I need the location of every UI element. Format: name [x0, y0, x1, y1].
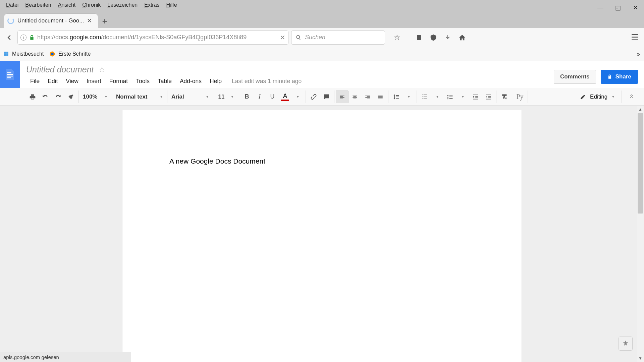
hamburger-menu-icon[interactable]: ☰ — [629, 32, 641, 43]
align-right-icon[interactable] — [361, 90, 374, 103]
search-icon — [296, 35, 302, 41]
svg-rect-1 — [6, 52, 8, 54]
docs-logo[interactable] — [0, 61, 20, 88]
bookmark-meistbesucht[interactable]: Meistbesucht — [3, 51, 44, 57]
star-document-icon[interactable]: ☆ — [99, 65, 105, 74]
numbered-list-caret[interactable]: ▼ — [431, 90, 444, 103]
svg-rect-7 — [7, 74, 13, 75]
last-edit-text: Last edit was 1 minute ago — [226, 78, 302, 85]
doc-top-right: Comments Share — [554, 70, 638, 84]
home-icon[interactable] — [459, 34, 466, 41]
line-spacing-icon[interactable] — [390, 90, 402, 103]
menu-insert[interactable]: Insert — [83, 76, 105, 86]
align-center-icon[interactable] — [348, 90, 361, 103]
text-color-caret[interactable]: ▼ — [291, 90, 304, 103]
firefox-icon — [49, 51, 56, 57]
window-controls: — ◱ ✕ — [592, 0, 644, 15]
menu-addons[interactable]: Add-ons — [176, 76, 206, 86]
svg-rect-6 — [7, 72, 11, 73]
print-icon[interactable] — [26, 90, 39, 103]
menu-help[interactable]: Help — [206, 76, 226, 86]
vertical-scrollbar[interactable]: ▲ ▼ — [637, 106, 644, 362]
clear-formatting-icon[interactable] — [498, 90, 511, 103]
site-info-icon[interactable]: i — [20, 35, 26, 41]
bulleted-list-icon[interactable] — [444, 90, 457, 103]
insert-comment-icon[interactable] — [320, 90, 333, 103]
tab-title: Untitled document - Goo... — [17, 17, 86, 24]
menu-datei[interactable]: Datei — [3, 2, 22, 8]
downloads-icon[interactable] — [444, 34, 451, 41]
bookmarks-overflow-icon[interactable]: » — [637, 51, 640, 58]
svg-rect-8 — [7, 76, 13, 77]
maximize-button[interactable]: ◱ — [609, 4, 627, 11]
scroll-down-icon[interactable]: ▼ — [637, 355, 644, 362]
italic-button[interactable]: I — [253, 90, 266, 103]
url-bar[interactable]: i https://docs.google.com/document/d/1ys… — [17, 31, 288, 45]
svg-rect-2 — [4, 54, 6, 56]
firefox-menubar: Datei Bearbeiten Ansicht Chronik Lesezei… — [0, 0, 644, 10]
scrollbar-thumb[interactable] — [638, 113, 643, 214]
menu-ansicht[interactable]: Ansicht — [55, 2, 79, 8]
document-content[interactable]: A new Google Docs Document — [169, 157, 475, 165]
paragraph-style-dropdown[interactable]: Normal text▼ — [113, 90, 166, 103]
menu-chronik[interactable]: Chronik — [79, 2, 104, 8]
explore-button[interactable] — [619, 337, 633, 351]
document-page[interactable]: A new Google Docs Document — [122, 110, 522, 362]
text-color-button[interactable]: A — [279, 93, 291, 101]
menu-table[interactable]: Table — [154, 76, 176, 86]
menu-file[interactable]: File — [26, 76, 44, 86]
font-family-dropdown[interactable]: Arial▼ — [169, 90, 212, 103]
scroll-up-icon[interactable]: ▲ — [637, 106, 644, 113]
browser-tab[interactable]: Untitled document - Goo... ✕ — [4, 14, 98, 28]
undo-icon[interactable] — [39, 90, 52, 103]
pocket-icon[interactable] — [430, 34, 437, 41]
close-window-button[interactable]: ✕ — [627, 4, 644, 11]
menu-hilfe[interactable]: Hilfe — [163, 2, 180, 8]
comments-button[interactable]: Comments — [554, 70, 596, 84]
menu-lesezeichen[interactable]: Lesezeichen — [104, 2, 141, 8]
search-box[interactable]: Suchen — [291, 31, 385, 45]
menu-tools[interactable]: Tools — [132, 76, 154, 86]
underline-button[interactable]: U — [266, 90, 279, 103]
paint-format-icon[interactable] — [64, 90, 77, 103]
menu-bearbeiten[interactable]: Bearbeiten — [22, 2, 54, 8]
line-spacing-caret[interactable]: ▼ — [402, 90, 415, 103]
numbered-list-icon[interactable] — [418, 90, 431, 103]
bookmark-erste-schritte[interactable]: Erste Schritte — [49, 51, 91, 57]
editing-mode-dropdown[interactable]: Editing ▼ — [575, 94, 620, 100]
decrease-indent-icon[interactable] — [469, 90, 482, 103]
bulleted-list-caret[interactable]: ▼ — [457, 90, 469, 103]
status-bar: apis.google.com gelesen — [0, 352, 131, 362]
google-docs-app: Untitled document ☆ File Edit View Inser… — [0, 61, 644, 362]
document-canvas: A new Google Docs Document — [0, 106, 644, 362]
formatting-toolbar: 100%▼ Normal text▼ Arial▼ 11▼ B I U A ▼ … — [0, 88, 644, 106]
clear-url-button[interactable]: ✕ — [280, 34, 285, 42]
menu-edit[interactable]: Edit — [44, 76, 62, 86]
svg-point-5 — [51, 53, 54, 55]
url-text: https://docs.google.com/document/d/1yscs… — [37, 34, 277, 41]
status-text: apis.google.com gelesen — [3, 354, 59, 360]
document-title[interactable]: Untitled document — [26, 65, 94, 74]
menu-view[interactable]: View — [62, 76, 83, 86]
share-button[interactable]: Share — [601, 70, 638, 84]
collapse-toolbar-icon[interactable] — [623, 94, 640, 100]
new-tab-button[interactable]: + — [98, 14, 111, 28]
increase-indent-icon[interactable] — [482, 90, 495, 103]
bookmark-star-icon[interactable]: ☆ — [394, 33, 400, 42]
back-button[interactable] — [3, 32, 15, 43]
align-justify-icon[interactable] — [374, 90, 387, 103]
insert-link-icon[interactable] — [307, 90, 320, 103]
font-size-dropdown[interactable]: 11▼ — [215, 90, 237, 103]
clipboard-icon[interactable] — [416, 34, 422, 41]
minimize-button[interactable]: — — [592, 4, 609, 11]
menu-format[interactable]: Format — [105, 76, 132, 86]
redo-icon[interactable] — [52, 90, 64, 103]
zoom-dropdown[interactable]: 100%▼ — [80, 90, 110, 103]
bold-button[interactable]: B — [240, 90, 253, 103]
menu-extras[interactable]: Extras — [141, 2, 163, 8]
tab-close-button[interactable]: ✕ — [86, 17, 93, 24]
toolbar-right: ☆ — [394, 33, 466, 43]
align-left-icon[interactable] — [336, 90, 348, 103]
search-placeholder: Suchen — [305, 34, 325, 41]
input-tools-button[interactable]: Py — [514, 90, 526, 103]
